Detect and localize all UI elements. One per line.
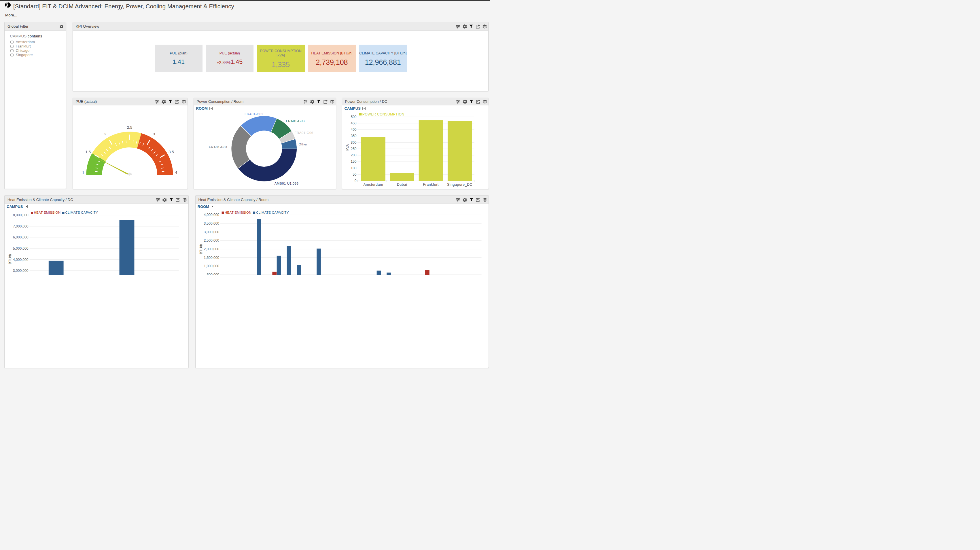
svg-text:2,500,000: 2,500,000 bbox=[204, 238, 220, 242]
svg-text:3,000,000: 3,000,000 bbox=[204, 230, 220, 234]
svg-text:BTU/h: BTU/h bbox=[199, 244, 203, 254]
svg-text:HEAT EMISSION: HEAT EMISSION bbox=[225, 211, 251, 214]
svg-text:1,000,000: 1,000,000 bbox=[204, 264, 220, 268]
svg-text:4,000,000: 4,000,000 bbox=[204, 213, 220, 217]
svg-text:500,000: 500,000 bbox=[207, 273, 220, 275]
svg-text:CLIMATE CAPACITY: CLIMATE CAPACITY bbox=[256, 211, 289, 214]
svg-text:2,000,000: 2,000,000 bbox=[204, 247, 220, 251]
svg-text:1,500,000: 1,500,000 bbox=[204, 256, 220, 260]
svg-text:3,500,000: 3,500,000 bbox=[204, 221, 220, 226]
